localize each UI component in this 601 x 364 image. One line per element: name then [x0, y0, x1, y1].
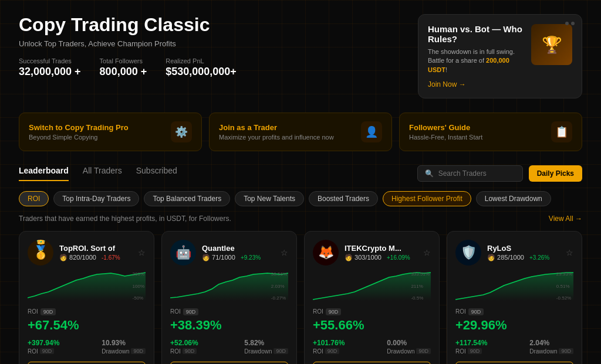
- filter-pill-highest-follower-profit[interactable]: Highest Follower Profit: [383, 191, 471, 206]
- action-cards-row: Switch to Copy Trading Pro Beyond Simple…: [19, 113, 582, 151]
- action-card-subtitle: Beyond Simple Copying: [29, 134, 129, 141]
- sub-stat-drawdown-value: 2.04%: [529, 339, 573, 347]
- sub-stat-roi-value: +397.94%: [28, 339, 59, 347]
- sub-stat-roi-label: ROI 90D: [170, 348, 198, 355]
- chart-labels: 200% 100% -50%: [133, 271, 144, 301]
- stat-value: 32,000,000 +: [19, 66, 81, 77]
- copy-button[interactable]: Copy: [313, 362, 431, 364]
- sub-stat-roi-value: +52.06%: [170, 339, 198, 347]
- sub-stat-drawdown-value: 0.00%: [387, 339, 431, 347]
- mini-chart: 333.51% 211% -0.5%: [313, 271, 431, 301]
- trader-header: 🥇 TopROI. Sort of 🧑 820/1000 -1.67% ☆: [28, 240, 146, 266]
- trader-avatar: 🦊: [313, 240, 339, 266]
- sub-stats: +101.76% ROI 90D 0.00% Drawdown 90D: [313, 339, 431, 355]
- trader-followers: 🧑 820/1000 -1.67%: [59, 254, 132, 261]
- filter-pill-top-new-talents[interactable]: Top New Talents: [235, 191, 304, 206]
- tab-subscribed[interactable]: Subscribed: [136, 166, 177, 181]
- view-all-link[interactable]: View All →: [549, 215, 582, 223]
- stat-label: Total Followers: [100, 57, 147, 64]
- chart-labels: 29.93% 0.51% -0.52%: [556, 271, 572, 301]
- mini-chart: 29.93% 0.51% -0.52%: [455, 271, 573, 301]
- sub-stat-roi-value: +101.76%: [313, 339, 345, 347]
- action-card-icon: ⚙️: [171, 121, 192, 142]
- filter-pill-lowest-drawdown[interactable]: Lowest Drawdown: [476, 191, 551, 206]
- tab-leaderboard[interactable]: Leaderboard: [19, 166, 69, 181]
- daily-picks-button[interactable]: Daily Picks: [529, 165, 582, 182]
- trader-card: 🥇 TopROI. Sort of 🧑 820/1000 -1.67% ☆: [19, 231, 154, 364]
- copy-button[interactable]: Copy: [455, 362, 573, 364]
- copy-button[interactable]: Copy: [170, 362, 288, 364]
- sub-stat-drawdown-label: Drawdown 90D: [529, 348, 573, 355]
- filter-pill-top-balanced-traders[interactable]: Top Balanced Traders: [144, 191, 230, 206]
- sub-stat-roi: +101.76% ROI 90D: [313, 339, 345, 355]
- sub-stat-roi: +117.54% ROI 90D: [455, 339, 487, 355]
- roi-label: ROI: [170, 308, 181, 315]
- action-card[interactable]: Followers' Guide Hassle-Free, Instant St…: [399, 113, 582, 151]
- trader-avatar: 🛡️: [455, 240, 481, 266]
- mini-chart: 38.56% 2.03% -0.27%: [170, 271, 288, 301]
- filter-pill-top-intra-day-traders[interactable]: Top Intra-Day Traders: [53, 191, 139, 206]
- page-title: Copy Trading Classic: [19, 14, 237, 36]
- trader-name: ITEKCrypto M...: [345, 244, 417, 253]
- filter-pill-boosted-traders[interactable]: Boosted Traders: [309, 191, 378, 206]
- trader-followers: 🧑 303/1000 +16.09%: [345, 254, 417, 261]
- sub-stats: +117.54% ROI 90D 2.04% Drawdown 90D: [455, 339, 573, 355]
- tabs-right: 🔍 Daily Picks: [417, 165, 582, 182]
- favorite-icon[interactable]: ☆: [566, 248, 573, 257]
- favorite-icon[interactable]: ☆: [423, 248, 431, 257]
- main-tabs: LeaderboardAll TradersSubscribed: [19, 166, 177, 181]
- sub-stat-roi: +52.06% ROI 90D: [170, 339, 198, 355]
- action-card[interactable]: Join as a Trader Maximize your profits a…: [209, 113, 392, 151]
- page-subtitle: Unlock Top Traders, Achieve Champion Pro…: [19, 39, 237, 48]
- sub-stats: +397.94% ROI 90D 10.93% Drawdown 90D: [28, 339, 146, 355]
- sub-stat-roi: +397.94% ROI 90D: [28, 339, 59, 355]
- banner-card: Human vs. Bot — Who Rules? The showdown …: [418, 14, 582, 98]
- trader-header: 🦊 ITEKCrypto M... 🧑 303/1000 +16.09% ☆: [313, 240, 431, 266]
- sub-stat-drawdown: 10.93% Drawdown 90D: [102, 339, 146, 355]
- trader-card: 🦊 ITEKCrypto M... 🧑 303/1000 +16.09% ☆: [304, 231, 440, 364]
- action-card-icon: 📋: [551, 121, 572, 142]
- stat-item: Total Followers 800,000 +: [100, 57, 147, 78]
- tab-all-traders[interactable]: All Traders: [83, 166, 122, 181]
- stat-value: 800,000 +: [100, 66, 147, 77]
- roi-label: ROI: [28, 308, 38, 315]
- action-card[interactable]: Switch to Copy Trading Pro Beyond Simple…: [19, 113, 202, 151]
- sub-stat-roi-value: +117.54%: [455, 339, 487, 347]
- trader-header: 🤖 Quantlee 🧑 71/1000 +9.23% ☆: [170, 240, 288, 266]
- roi-badge: ROI 90D: [313, 308, 341, 315]
- trader-avatar: 🥇: [28, 240, 53, 266]
- sub-stat-drawdown-value: 10.93%: [102, 339, 146, 347]
- trader-info: Quantlee 🧑 71/1000 +9.23%: [202, 244, 275, 261]
- search-input[interactable]: [438, 169, 515, 178]
- favorite-icon[interactable]: ☆: [281, 248, 288, 257]
- sub-stat-roi-label: ROI 90D: [28, 348, 59, 355]
- stat-label: Successful Trades: [19, 57, 81, 64]
- roi-tag: 90D: [326, 308, 342, 315]
- chart-labels: 333.51% 211% -0.5%: [411, 271, 430, 301]
- trader-followers: 🧑 71/1000 +9.23%: [202, 254, 275, 261]
- stats-row: Successful Trades 32,000,000 + Total Fol…: [19, 57, 237, 78]
- main-roi-value: +67.54%: [28, 318, 146, 333]
- roi-label: ROI: [313, 308, 323, 315]
- join-now-button[interactable]: Join Now →: [428, 80, 524, 89]
- action-card-title: Join as a Trader: [219, 123, 334, 132]
- search-box[interactable]: 🔍: [417, 165, 523, 182]
- trader-card: 🤖 Quantlee 🧑 71/1000 +9.23% ☆: [161, 231, 297, 364]
- roi-tag: 90D: [40, 308, 56, 315]
- filter-pill-roi[interactable]: ROI: [19, 191, 49, 206]
- copy-button[interactable]: Copy: [28, 362, 146, 364]
- favorite-icon[interactable]: ☆: [138, 248, 146, 257]
- trader-info: TopROI. Sort of 🧑 820/1000 -1.67%: [59, 244, 132, 261]
- sub-stat-drawdown: 2.04% Drawdown 90D: [529, 339, 573, 355]
- chart-labels: 38.56% 2.03% -0.27%: [271, 271, 287, 301]
- stat-value: $530,000,000+: [166, 66, 237, 77]
- filter-pills: ROITop Intra-Day TradersTop Balanced Tra…: [19, 191, 582, 206]
- svg-marker-1: [170, 273, 288, 301]
- action-card-text: Followers' Guide Hassle-Free, Instant St…: [409, 123, 482, 141]
- sub-stat-drawdown-value: 5.82%: [244, 339, 288, 347]
- trader-info: ITEKCrypto M... 🧑 303/1000 +16.09%: [345, 244, 417, 261]
- trader-followers: 🧑 285/1000 +3.26%: [487, 254, 560, 261]
- stat-item: Successful Trades 32,000,000 +: [19, 57, 81, 78]
- sub-stat-drawdown-label: Drawdown 90D: [102, 348, 146, 355]
- stat-label: Realized PnL: [166, 57, 237, 64]
